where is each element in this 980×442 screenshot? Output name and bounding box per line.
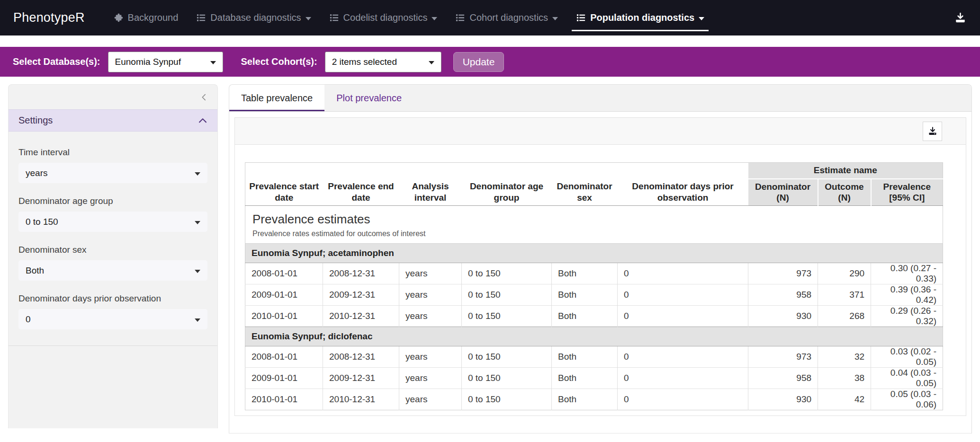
table-cell: 0.39 (0.36 - 0.42) xyxy=(871,284,943,306)
caret-down-icon xyxy=(429,61,434,64)
nav-item-label: Cohort diagnostics xyxy=(469,12,548,23)
table-cell: 371 xyxy=(818,284,871,306)
download-icon xyxy=(927,126,938,136)
settings-accordion-header[interactable]: Settings xyxy=(9,109,217,132)
table-panel-body: Prevalence estimates Prevalence rates es… xyxy=(235,145,966,410)
table-cell: 2010-12-31 xyxy=(323,389,399,410)
chevron-up-icon xyxy=(198,116,207,125)
settings-fields: Time intervalyearsDenominator age group0… xyxy=(9,132,217,346)
update-button[interactable]: Update xyxy=(453,52,504,72)
table-row: 2008-01-012008-12-31years0 to 150Both097… xyxy=(245,263,943,284)
table-cell: 2009-01-01 xyxy=(245,368,323,389)
table-cell: 930 xyxy=(748,389,818,410)
table-cell: 0 to 150 xyxy=(462,284,552,306)
field-label: Denominator sex xyxy=(18,245,207,255)
table-cell: Both xyxy=(552,389,618,410)
prevalence-table: Prevalence estimates Prevalence rates es… xyxy=(245,162,943,410)
table-cell: Both xyxy=(552,346,618,368)
table-cell: 0.29 (0.26 - 0.32) xyxy=(871,306,943,327)
caret-down-icon xyxy=(306,17,311,20)
database-select-value: Eunomia Synpuf xyxy=(115,57,181,67)
table-cell: 268 xyxy=(818,306,871,327)
table-cell: 2009-12-31 xyxy=(323,284,399,306)
table-cell: 0.30 (0.27 - 0.33) xyxy=(871,263,943,284)
table-cell: 2008-12-31 xyxy=(323,263,399,284)
nav-item-codelist-diagnostics[interactable]: Codelist diagnostics xyxy=(320,0,447,35)
field-select-denominator-sex[interactable]: Both xyxy=(18,260,207,281)
table-cell: 0 to 150 xyxy=(462,389,552,410)
table-cell: 973 xyxy=(748,263,818,284)
cohort-select[interactable]: 2 items selected xyxy=(325,52,441,72)
caret-down-icon xyxy=(195,270,200,273)
nav-item-cohort-diagnostics[interactable]: Cohort diagnostics xyxy=(446,0,567,35)
column-header: Denominator days prior observation xyxy=(618,179,748,206)
group-row: Eunomia Synpuf; diclofenac xyxy=(245,327,943,346)
caret-down-icon xyxy=(195,318,200,322)
tab-plot-prevalence[interactable]: Plot prevalence xyxy=(324,85,414,111)
column-labels-row: Prevalence start datePrevalence end date… xyxy=(245,179,943,206)
nav-item-background[interactable]: Background xyxy=(105,0,188,35)
list-icon xyxy=(196,13,206,23)
table-cell: 2009-12-31 xyxy=(323,368,399,389)
tab-table-prevalence[interactable]: Table prevalence xyxy=(229,85,324,111)
table-cell: years xyxy=(399,368,462,389)
table-row: 2010-01-012010-12-31years0 to 150Both093… xyxy=(245,389,943,410)
caret-down-icon xyxy=(699,17,704,20)
table-cell: 973 xyxy=(748,346,818,368)
table-cell: Both xyxy=(552,263,618,284)
nav-item-label: Background xyxy=(128,12,179,23)
field-select-time-interval[interactable]: years xyxy=(18,163,207,183)
table-cell: years xyxy=(399,306,462,327)
table-cell: 2008-01-01 xyxy=(245,263,323,284)
field-select-value: 0 to 150 xyxy=(26,217,58,227)
table-body: Eunomia Synpuf; acetaminophen2008-01-012… xyxy=(245,244,943,410)
table-cell: 2010-12-31 xyxy=(323,306,399,327)
table-cell: 930 xyxy=(748,306,818,327)
table-header: Estimate name Prevalence start datePreva… xyxy=(245,163,943,206)
table-cell: 958 xyxy=(748,284,818,306)
table-row: 2010-01-012010-12-31years0 to 150Both093… xyxy=(245,306,943,327)
field-select-denominator-age-group[interactable]: 0 to 150 xyxy=(18,212,207,232)
table-cell: 2010-01-01 xyxy=(245,306,323,327)
database-select[interactable]: Eunomia Synpuf xyxy=(108,52,223,72)
table-panel: Prevalence estimates Prevalence rates es… xyxy=(234,117,966,416)
table-cell: 0 xyxy=(618,389,748,410)
column-header: Denominator (N) xyxy=(748,179,818,206)
nav-item-population-diagnostics[interactable]: Population diagnostics xyxy=(567,0,713,35)
table-row: 2009-01-012009-12-31years0 to 150Both095… xyxy=(245,368,943,389)
settings-sidebar: Settings Time intervalyearsDenominator a… xyxy=(8,84,218,428)
table-cell: 0.04 (0.03 - 0.05) xyxy=(871,368,943,389)
field-select-value: Both xyxy=(26,265,44,276)
column-header: Analysis interval xyxy=(399,179,462,206)
table-cell: years xyxy=(399,346,462,368)
caret-down-icon xyxy=(552,17,558,20)
table-cell: Both xyxy=(552,284,618,306)
cohort-select-label: Select Cohort(s): xyxy=(241,56,317,67)
table-cell: years xyxy=(399,284,462,306)
content-area: Settings Time intervalyearsDenominator a… xyxy=(0,77,980,428)
field-label: Denominator age group xyxy=(18,196,207,206)
table-row: 2008-01-012008-12-31years0 to 150Both097… xyxy=(245,346,943,368)
table-cell: 0 xyxy=(618,284,748,306)
puzzle-icon xyxy=(114,13,124,23)
estimate-name-spanner: Estimate name xyxy=(748,163,943,179)
column-header: Prevalence [95% CI] xyxy=(871,179,943,206)
table-cell: 2008-12-31 xyxy=(323,346,399,368)
download-icon[interactable] xyxy=(954,11,967,24)
chevron-left-icon[interactable] xyxy=(200,93,208,101)
nav-item-database-diagnostics[interactable]: Database diagnostics xyxy=(187,0,320,35)
list-icon xyxy=(329,13,339,23)
field-select-denominator-days-prior-observation[interactable]: 0 xyxy=(18,309,207,329)
database-select-label: Select Database(s): xyxy=(13,56,100,67)
table-cell: Both xyxy=(552,306,618,327)
tab-table-prevalence-label: Table prevalence xyxy=(241,93,313,104)
caret-down-icon xyxy=(210,61,216,64)
caret-down-icon xyxy=(432,17,437,20)
field-select-value: 0 xyxy=(26,314,31,325)
main-card: Table prevalence Plot prevalence xyxy=(229,84,972,433)
app-brand[interactable]: PhenotypeR xyxy=(13,10,85,25)
table-download-button[interactable] xyxy=(923,122,942,141)
table-cell: 2008-01-01 xyxy=(245,346,323,368)
column-header: Denominator sex xyxy=(552,179,618,206)
field-label: Time interval xyxy=(18,147,207,158)
